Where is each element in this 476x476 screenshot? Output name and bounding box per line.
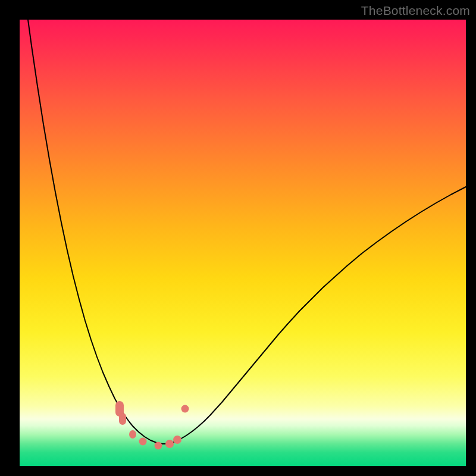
data-marker	[139, 438, 147, 446]
data-marker	[181, 405, 189, 413]
markers-layer	[20, 20, 466, 466]
data-marker	[155, 442, 162, 450]
plot-area	[20, 20, 466, 466]
data-marker	[165, 440, 174, 448]
root-frame: TheBottleneck.com	[0, 0, 476, 476]
data-marker	[129, 430, 136, 439]
data-marker	[173, 436, 181, 444]
data-marker	[119, 413, 126, 425]
attribution-label: TheBottleneck.com	[361, 4, 470, 18]
